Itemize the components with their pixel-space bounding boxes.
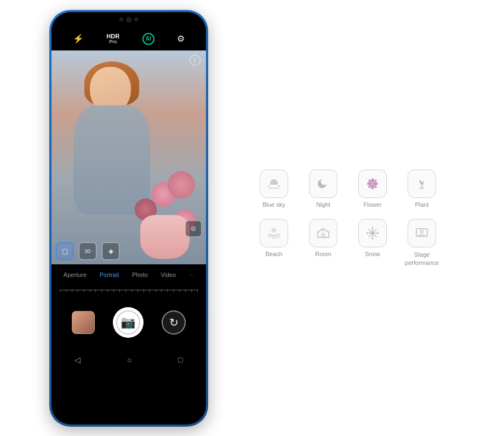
stage-performance-icon (408, 219, 436, 247)
ai-mode-stage-performance[interactable]: Stage performance (400, 219, 444, 267)
snow-icon (358, 219, 387, 247)
flower-label: Flower (363, 201, 381, 208)
notch-cameras (119, 17, 138, 22)
front-camera-main (126, 17, 131, 22)
mode-more[interactable]: ··· (186, 269, 197, 280)
ar-button[interactable]: ◈ (102, 242, 119, 260)
selfie-switch-button[interactable]: ↻ (162, 310, 186, 335)
info-button[interactable]: i (190, 55, 201, 66)
hdr-button[interactable]: HDR Pro (106, 33, 119, 45)
ai-mode-blue-sky[interactable]: Blue sky (252, 169, 296, 208)
back-button[interactable]: ◁ (75, 355, 81, 364)
mode-aperture[interactable]: Aperture (60, 269, 90, 280)
front-camera-dot2 (134, 18, 138, 21)
ai-button[interactable]: AI (142, 33, 154, 45)
snow-label: Snow (365, 251, 380, 257)
3d-button[interactable]: 3D (79, 242, 96, 260)
ai-mode-flower[interactable]: Flower (351, 169, 394, 208)
svg-point-10 (272, 228, 276, 233)
ai-mode-snow[interactable]: Snow (351, 219, 394, 267)
front-camera-dot (119, 18, 123, 21)
ai-mode-beach[interactable]: Beach (252, 219, 296, 267)
mode-video[interactable]: Video (157, 269, 179, 280)
svg-point-20 (377, 233, 379, 234)
photo-bottom-icons: ▢ 3D ◈ (56, 242, 119, 260)
slider-track (60, 290, 198, 291)
recents-button[interactable]: □ (178, 355, 182, 364)
blue-sky-icon (260, 169, 288, 198)
night-icon (309, 169, 337, 198)
svg-point-22 (421, 230, 423, 233)
shutter-button[interactable]: 📷 (113, 307, 144, 338)
blue-sky-label: Blue sky (262, 201, 285, 208)
photo-flowers (129, 171, 201, 259)
camera-topbar: ⚡ HDR Pro AI ⚙ (51, 27, 206, 50)
svg-point-17 (372, 227, 374, 229)
side-controls: ◎ (185, 220, 202, 237)
svg-point-19 (366, 233, 368, 234)
mode-photo[interactable]: Photo (129, 269, 151, 280)
ai-mode-plant[interactable]: Plant (400, 169, 444, 208)
phone-notch-bar (51, 12, 206, 27)
beach-label: Beach (265, 251, 282, 257)
svg-point-18 (372, 238, 374, 240)
mode-slider-bar[interactable] (51, 285, 206, 295)
mode-portrait[interactable]: Portrait (96, 269, 122, 280)
plant-icon (408, 169, 436, 198)
plant-label: Plant (415, 201, 428, 208)
camera-viewfinder: i ◎ ▢ 3D ◈ (51, 50, 206, 264)
settings-icon[interactable]: ⚙ (177, 33, 185, 44)
flash-icon[interactable]: ⚡ (73, 33, 84, 44)
gallery-thumbnail[interactable] (72, 311, 95, 334)
phone-shell: ⚡ HDR Pro AI ⚙ (49, 10, 208, 427)
stage-performance-label: Stage performance (402, 251, 443, 267)
svg-point-16 (371, 232, 374, 234)
room-icon (309, 219, 337, 247)
beach-icon (260, 219, 288, 247)
frame-button[interactable]: ▢ (56, 242, 73, 260)
room-label: Room (315, 251, 331, 257)
flower-vase (140, 215, 190, 259)
face-focus-button[interactable]: ◎ (185, 220, 202, 237)
photo-preview (51, 50, 206, 264)
ai-mode-room[interactable]: Room (301, 219, 345, 267)
home-button[interactable]: ○ (127, 355, 131, 364)
ai-modes-panel: Blue sky Night (241, 158, 455, 278)
mode-switcher: Aperture Portrait Photo Video ··· (51, 264, 206, 285)
night-label: Night (316, 201, 330, 208)
flower-3 (168, 171, 195, 199)
ai-mode-night[interactable]: Night (301, 169, 345, 208)
nav-bar: ◁ ○ □ (51, 350, 206, 370)
page-container: ⚡ HDR Pro AI ⚙ (0, 0, 504, 436)
flower-icon (358, 169, 387, 198)
shutter-inner: 📷 (116, 310, 140, 335)
phone-inner: ⚡ HDR Pro AI ⚙ (51, 12, 206, 424)
svg-point-9 (371, 182, 374, 185)
camera-bottom-controls: 📷 ↻ (51, 295, 206, 350)
